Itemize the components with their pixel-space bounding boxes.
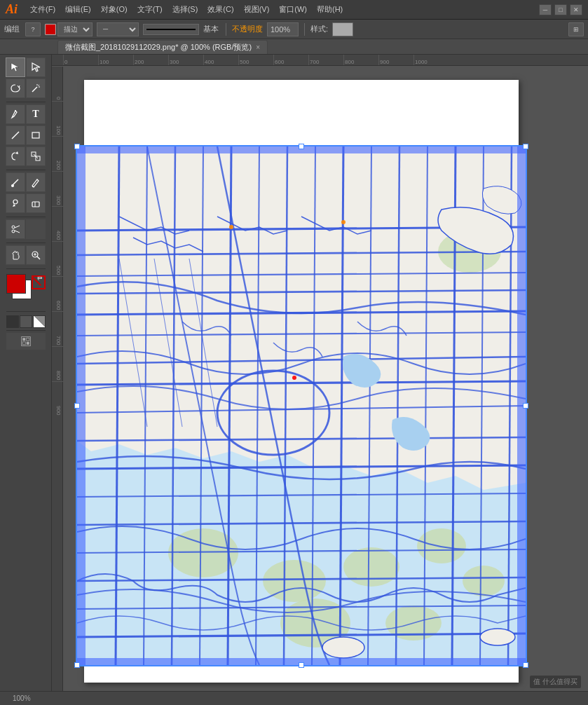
base-label: 基本 [203, 24, 219, 34]
opacity-label: 不透明度 [232, 24, 263, 34]
document-tab[interactable]: 微信截图_20181029112029.png* @ 100% (RGB/预览)… [57, 40, 268, 54]
quick-swatches [6, 315, 46, 328]
svg-rect-12 [32, 202, 39, 207]
none-indicator [32, 275, 46, 289]
menu-select[interactable]: 选择(S) [168, 3, 203, 16]
brush-tool[interactable] [6, 172, 25, 192]
menu-edit[interactable]: 编辑(E) [61, 3, 95, 16]
svg-point-69 [322, 637, 364, 658]
ruler-mark: 1000 [413, 55, 449, 66]
svg-rect-77 [77, 146, 526, 153]
ruler-mark: 500 [238, 55, 273, 66]
scissors-tool[interactable] [6, 219, 25, 239]
title-bar: Ai 文件(F) 编辑(E) 对象(O) 文字(T) 选择(S) 效果(C) 视… [0, 0, 588, 20]
eraser-tool[interactable] [26, 193, 46, 213]
rect-tool[interactable] [26, 125, 46, 145]
direct-select-tool[interactable] [26, 57, 46, 77]
menu-type[interactable]: 文字(T) [133, 3, 167, 16]
svg-rect-6 [32, 132, 39, 138]
artboards-btn[interactable] [6, 333, 46, 350]
menu-effect[interactable]: 效果(C) [203, 3, 238, 16]
tool-sep-2 [6, 170, 46, 170]
menu-view[interactable]: 视图(V) [240, 3, 274, 16]
menu-window[interactable]: 窗口(W) [275, 3, 311, 16]
menu-help[interactable]: 帮助(H) [313, 3, 347, 16]
svg-point-10 [11, 184, 14, 187]
svg-rect-26 [26, 342, 29, 345]
artboard [84, 80, 519, 683]
pencil-tool[interactable] [26, 172, 46, 192]
ruler-mark: 800 [343, 55, 378, 66]
toolbar-extra-btn[interactable]: ⊞ [568, 22, 584, 36]
tab-close-btn[interactable]: × [256, 43, 260, 51]
select-tool[interactable] [6, 57, 25, 77]
svg-point-71 [229, 225, 233, 229]
stroke-color-btn[interactable] [45, 24, 56, 35]
pen-tool[interactable] [6, 104, 25, 124]
ruler-mark: 100 [98, 55, 133, 66]
tab-filename: 微信截图_20181029112029.png* @ 100% (RGB/预览) [65, 42, 252, 53]
svg-point-30 [343, 547, 399, 587]
swatch-2[interactable] [20, 315, 32, 328]
opacity-input[interactable] [267, 22, 299, 36]
toolbar: 编组 ? 描边 ─ 基本 不透明度 样式: ⊞ [0, 20, 588, 39]
toolbar-options-btn[interactable]: ? [25, 22, 41, 36]
nav-tool-group [6, 245, 46, 265]
svg-point-74 [292, 376, 296, 380]
menu-file[interactable]: 文件(F) [26, 3, 60, 16]
svg-rect-75 [77, 146, 86, 665]
minimize-button[interactable]: ─ [539, 4, 552, 15]
menu-object[interactable]: 对象(O) [97, 3, 132, 16]
scale-tool[interactable] [26, 146, 46, 166]
tool-sep-4 [6, 242, 46, 243]
maximize-button[interactable]: □ [554, 4, 567, 15]
ruler-mark: 400 [203, 55, 238, 66]
scissors-tool-group [6, 219, 46, 239]
line-tool[interactable] [6, 125, 25, 145]
canvas-content[interactable] [63, 66, 588, 705]
style-swatch[interactable] [332, 22, 353, 36]
svg-line-16 [15, 226, 20, 228]
canvas-area[interactable]: 0 100 200 300 400 500 600 700 800 900 10… [52, 55, 588, 705]
watermark-text: 值 什么值得买 [533, 678, 577, 685]
swatch-3[interactable] [33, 315, 46, 328]
zoom-level: 100% [13, 694, 31, 702]
svg-line-3 [39, 85, 40, 86]
stroke-dropdown[interactable]: 描边 [57, 22, 93, 36]
style-label: 样式: [310, 24, 328, 34]
blob-brush-tool[interactable] [6, 193, 25, 213]
svg-point-15 [12, 230, 15, 233]
svg-line-0 [32, 87, 37, 92]
type-tool[interactable]: T [26, 104, 46, 124]
svg-rect-76 [517, 146, 526, 665]
close-button[interactable]: ✕ [570, 4, 582, 15]
svg-line-19 [37, 256, 40, 259]
zoom-tool[interactable] [26, 245, 46, 265]
svg-line-17 [15, 231, 20, 233]
tool-sep-1 [6, 102, 46, 102]
stroke-weight-dropdown[interactable]: ─ [97, 22, 139, 36]
ruler-mark: 700 [308, 55, 343, 66]
svg-rect-78 [77, 658, 526, 665]
watermark: 值 什么值得买 [530, 676, 581, 688]
toolbar-sep-1 [226, 23, 226, 36]
left-toolbar: T [0, 55, 52, 705]
main-area: T [0, 55, 588, 705]
svg-point-72 [341, 220, 346, 224]
swatch-1[interactable] [6, 315, 19, 328]
hand-tool[interactable] [6, 245, 25, 265]
svg-rect-23 [22, 338, 25, 341]
ruler-mark: 0 [63, 55, 98, 66]
map-image [77, 146, 526, 665]
ruler-mark: 200 [133, 55, 168, 66]
ruler-mark: 900 [378, 55, 413, 66]
eraser-tool-group [6, 193, 46, 213]
magic-wand-tool[interactable] [26, 78, 46, 98]
ruler-left: 0 100 200 300 400 500 600 700 800 900 [52, 66, 63, 705]
tool-sep-3 [6, 217, 46, 217]
rotate-tool[interactable] [6, 146, 25, 166]
tool-sep-6 [6, 311, 46, 312]
foreground-color-swatch[interactable] [6, 274, 26, 294]
lasso-tool[interactable] [6, 78, 25, 98]
selection-tool-group [6, 57, 46, 77]
